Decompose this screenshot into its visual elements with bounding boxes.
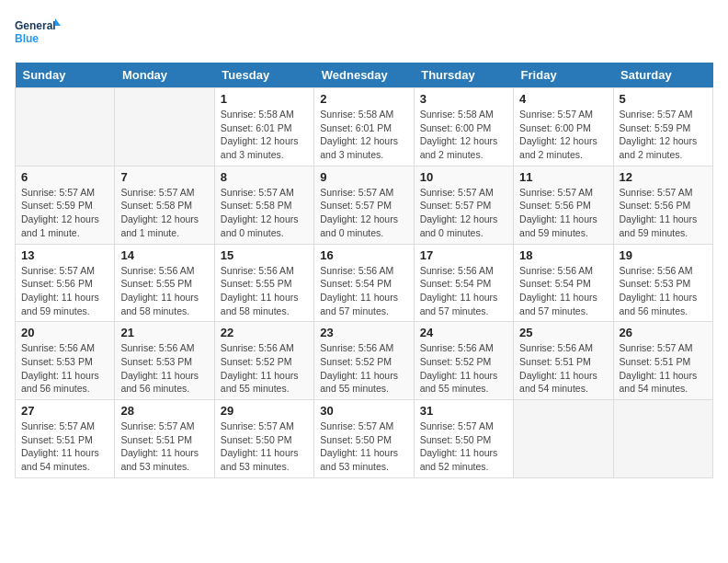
day-info: Sunrise: 5:56 AM Sunset: 5:53 PM Dayligh… (21, 341, 108, 396)
day-info: Sunrise: 5:57 AM Sunset: 5:56 PM Dayligh… (21, 264, 108, 318)
day-cell: 3Sunrise: 5:58 AM Sunset: 6:00 PM Daylig… (414, 88, 513, 167)
day-cell: 9Sunrise: 5:57 AM Sunset: 5:57 PM Daylig… (314, 166, 414, 244)
day-number: 11 (519, 170, 607, 184)
day-cell: 10Sunrise: 5:57 AM Sunset: 5:57 PM Dayli… (414, 166, 513, 244)
day-cell: 17Sunrise: 5:56 AM Sunset: 5:54 PM Dayli… (414, 244, 513, 322)
day-cell: 26Sunrise: 5:57 AM Sunset: 5:51 PM Dayli… (613, 322, 712, 400)
day-number: 27 (21, 404, 108, 418)
day-number: 25 (519, 326, 607, 339)
day-info: Sunrise: 5:57 AM Sunset: 5:58 PM Dayligh… (120, 186, 208, 240)
day-number: 24 (420, 326, 507, 339)
day-number: 7 (120, 170, 208, 184)
day-cell: 18Sunrise: 5:56 AM Sunset: 5:54 PM Dayli… (514, 244, 613, 322)
day-cell (613, 400, 712, 478)
day-cell: 29Sunrise: 5:57 AM Sunset: 5:50 PM Dayli… (214, 400, 313, 478)
day-info: Sunrise: 5:57 AM Sunset: 5:56 PM Dayligh… (519, 186, 607, 240)
day-number: 4 (519, 92, 607, 106)
day-number: 18 (519, 248, 607, 262)
day-info: Sunrise: 5:58 AM Sunset: 6:01 PM Dayligh… (320, 108, 407, 162)
week-row-5: 27Sunrise: 5:57 AM Sunset: 5:51 PM Dayli… (16, 400, 713, 478)
day-number: 22 (221, 326, 308, 339)
day-cell: 19Sunrise: 5:56 AM Sunset: 5:53 PM Dayli… (613, 244, 712, 322)
day-number: 23 (320, 326, 407, 339)
logo-svg: General Blue (15, 15, 61, 52)
day-cell: 23Sunrise: 5:56 AM Sunset: 5:52 PM Dayli… (314, 322, 414, 400)
day-number: 15 (221, 248, 308, 262)
day-info: Sunrise: 5:57 AM Sunset: 5:56 PM Dayligh… (620, 186, 707, 240)
day-number: 13 (21, 248, 108, 262)
day-cell: 27Sunrise: 5:57 AM Sunset: 5:51 PM Dayli… (16, 400, 115, 478)
header-day-thursday: Thursday (414, 63, 513, 88)
day-number: 5 (620, 92, 707, 106)
day-info: Sunrise: 5:57 AM Sunset: 5:59 PM Dayligh… (620, 108, 707, 162)
day-number: 28 (120, 404, 208, 418)
day-number: 21 (120, 326, 208, 339)
day-cell: 6Sunrise: 5:57 AM Sunset: 5:59 PM Daylig… (16, 166, 115, 244)
day-number: 1 (221, 92, 308, 106)
day-info: Sunrise: 5:57 AM Sunset: 6:00 PM Dayligh… (519, 108, 607, 162)
day-number: 16 (320, 248, 407, 262)
day-cell: 21Sunrise: 5:56 AM Sunset: 5:53 PM Dayli… (115, 322, 214, 400)
day-cell (514, 400, 613, 478)
calendar-body: 1Sunrise: 5:58 AM Sunset: 6:01 PM Daylig… (16, 88, 713, 478)
day-cell: 28Sunrise: 5:57 AM Sunset: 5:51 PM Dayli… (115, 400, 214, 478)
day-cell: 4Sunrise: 5:57 AM Sunset: 6:00 PM Daylig… (514, 88, 613, 167)
day-info: Sunrise: 5:56 AM Sunset: 5:54 PM Dayligh… (320, 264, 407, 318)
day-info: Sunrise: 5:57 AM Sunset: 5:50 PM Dayligh… (320, 419, 407, 474)
day-info: Sunrise: 5:56 AM Sunset: 5:54 PM Dayligh… (420, 264, 507, 318)
day-info: Sunrise: 5:56 AM Sunset: 5:55 PM Dayligh… (221, 264, 308, 318)
day-number: 30 (320, 404, 407, 418)
day-cell (16, 88, 115, 167)
header-day-wednesday: Wednesday (314, 63, 414, 88)
day-cell: 7Sunrise: 5:57 AM Sunset: 5:58 PM Daylig… (115, 166, 214, 244)
day-info: Sunrise: 5:56 AM Sunset: 5:53 PM Dayligh… (620, 264, 707, 318)
day-cell: 16Sunrise: 5:56 AM Sunset: 5:54 PM Dayli… (314, 244, 414, 322)
header-day-saturday: Saturday (613, 63, 712, 88)
day-number: 19 (620, 248, 707, 262)
week-row-3: 13Sunrise: 5:57 AM Sunset: 5:56 PM Dayli… (16, 244, 713, 322)
day-cell: 12Sunrise: 5:57 AM Sunset: 5:56 PM Dayli… (613, 166, 712, 244)
day-number: 8 (221, 170, 308, 184)
day-number: 6 (21, 170, 108, 184)
svg-marker-2 (55, 18, 61, 26)
day-cell: 1Sunrise: 5:58 AM Sunset: 6:01 PM Daylig… (214, 88, 313, 167)
day-number: 10 (420, 170, 507, 184)
day-cell: 22Sunrise: 5:56 AM Sunset: 5:52 PM Dayli… (214, 322, 313, 400)
day-number: 20 (21, 326, 108, 339)
day-cell: 15Sunrise: 5:56 AM Sunset: 5:55 PM Dayli… (214, 244, 313, 322)
day-number: 26 (620, 326, 707, 339)
page-header: General Blue (15, 15, 713, 52)
day-info: Sunrise: 5:57 AM Sunset: 5:51 PM Dayligh… (21, 419, 108, 474)
header-day-tuesday: Tuesday (214, 63, 313, 88)
day-cell: 30Sunrise: 5:57 AM Sunset: 5:50 PM Dayli… (314, 400, 414, 478)
day-info: Sunrise: 5:56 AM Sunset: 5:52 PM Dayligh… (221, 341, 308, 396)
week-row-1: 1Sunrise: 5:58 AM Sunset: 6:01 PM Daylig… (16, 88, 713, 167)
day-info: Sunrise: 5:57 AM Sunset: 5:50 PM Dayligh… (221, 419, 308, 474)
header-row: SundayMondayTuesdayWednesdayThursdayFrid… (16, 63, 713, 88)
day-info: Sunrise: 5:57 AM Sunset: 5:58 PM Dayligh… (221, 186, 308, 240)
logo: General Blue (15, 15, 61, 52)
day-cell: 11Sunrise: 5:57 AM Sunset: 5:56 PM Dayli… (514, 166, 613, 244)
header-day-friday: Friday (514, 63, 613, 88)
day-info: Sunrise: 5:57 AM Sunset: 5:51 PM Dayligh… (120, 419, 208, 474)
day-number: 17 (420, 248, 507, 262)
day-info: Sunrise: 5:57 AM Sunset: 5:51 PM Dayligh… (620, 341, 707, 396)
day-info: Sunrise: 5:56 AM Sunset: 5:51 PM Dayligh… (519, 341, 607, 396)
week-row-4: 20Sunrise: 5:56 AM Sunset: 5:53 PM Dayli… (16, 322, 713, 400)
day-cell: 24Sunrise: 5:56 AM Sunset: 5:52 PM Dayli… (414, 322, 513, 400)
day-number: 29 (221, 404, 308, 418)
day-cell: 13Sunrise: 5:57 AM Sunset: 5:56 PM Dayli… (16, 244, 115, 322)
header-day-monday: Monday (115, 63, 214, 88)
day-cell: 8Sunrise: 5:57 AM Sunset: 5:58 PM Daylig… (214, 166, 313, 244)
header-day-sunday: Sunday (16, 63, 115, 88)
day-cell: 14Sunrise: 5:56 AM Sunset: 5:55 PM Dayli… (115, 244, 214, 322)
day-number: 3 (420, 92, 507, 106)
svg-text:Blue: Blue (15, 32, 39, 45)
day-info: Sunrise: 5:56 AM Sunset: 5:53 PM Dayligh… (120, 341, 208, 396)
day-number: 31 (420, 404, 507, 418)
day-info: Sunrise: 5:57 AM Sunset: 5:57 PM Dayligh… (420, 186, 507, 240)
day-cell: 2Sunrise: 5:58 AM Sunset: 6:01 PM Daylig… (314, 88, 414, 167)
day-info: Sunrise: 5:58 AM Sunset: 6:00 PM Dayligh… (420, 108, 507, 162)
day-info: Sunrise: 5:56 AM Sunset: 5:55 PM Dayligh… (120, 264, 208, 318)
day-number: 9 (320, 170, 407, 184)
